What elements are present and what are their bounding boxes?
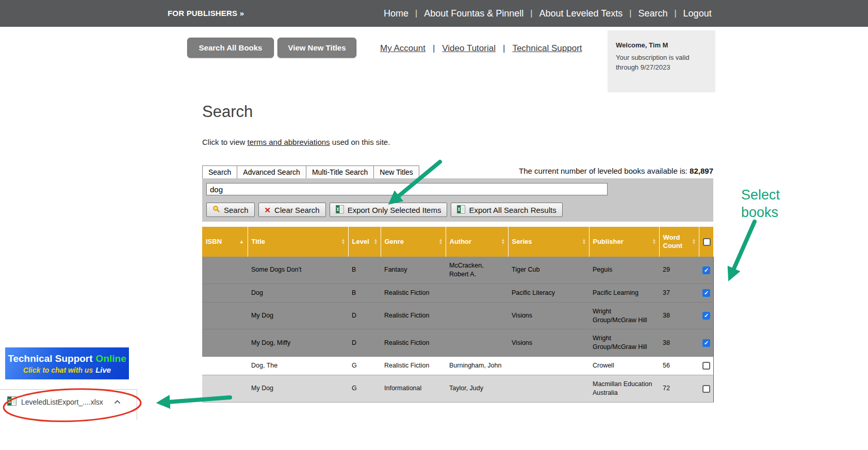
table-row[interactable]: My DogGInformationalTaylor, JudyMacmilla… — [202, 375, 713, 403]
magnifier-icon — [212, 205, 220, 214]
cell-publisher: Peguis — [589, 257, 659, 284]
search-all-books-button[interactable]: Search All Books — [187, 38, 274, 58]
table-row[interactable]: DogBRealistic FictionPacific LiteracyPac… — [202, 284, 713, 302]
table-row[interactable]: My Dog, MiffyDRealistic FictionVisionsWr… — [202, 329, 713, 357]
table-row[interactable]: Dog, TheGRealistic FictionBurningham, Jo… — [202, 357, 713, 375]
tab-advanced-search[interactable]: Advanced Search — [237, 165, 306, 179]
export-all-button[interactable]: Export All Search Results — [451, 203, 562, 217]
cell-select: ✓ — [699, 284, 713, 302]
search-input[interactable] — [206, 183, 608, 195]
search-panel-buttons: Search ✕ Clear Search Export Only Select… — [206, 203, 563, 217]
header-link-my-account[interactable]: My Account — [380, 43, 425, 54]
nav-item-home[interactable]: Home — [384, 8, 408, 19]
downloaded-file-chip[interactable]: LeveledListExport_....xlsx — [7, 396, 121, 408]
clear-search-button[interactable]: ✕ Clear Search — [258, 203, 326, 217]
welcome-greeting: Welcome, Tim M — [616, 40, 707, 51]
cell-word_count: 72 — [659, 375, 699, 403]
book-count-label: The current number of leveled books avai… — [519, 166, 690, 175]
sort-desc-icon: ▼ — [501, 242, 505, 245]
chevron-up-icon[interactable] — [114, 400, 121, 404]
sort-icons: ▲▼ — [501, 239, 505, 245]
row-checkbox[interactable]: ✓ — [702, 289, 710, 297]
terms-and-abbreviations-link[interactable]: terms and abbreviations — [248, 138, 330, 146]
column-header-genre[interactable]: Genre▲▼ — [381, 227, 446, 257]
cell-word_count: 56 — [659, 357, 699, 375]
column-header-isbn[interactable]: ISBN▲ — [202, 227, 248, 257]
cell-genre: Realistic Fiction — [381, 329, 446, 357]
row-checkbox[interactable]: ✓ — [702, 266, 710, 274]
view-new-titles-button[interactable]: View New Titles — [277, 38, 356, 58]
column-header-level[interactable]: Level▲▼ — [348, 227, 381, 257]
chat-title: Technical SupportOnline — [8, 353, 126, 364]
tab-search[interactable]: Search — [202, 165, 237, 179]
subscription-status: Your subscription is valid through 9/27/… — [616, 53, 707, 73]
cell-title: My Dog — [248, 302, 348, 329]
column-header-author[interactable]: Author▲▼ — [446, 227, 508, 257]
cell-author: McCracken, Robert A. — [446, 257, 508, 284]
nav-separator: | — [629, 9, 631, 18]
nav-separator: | — [530, 9, 532, 18]
table-row[interactable]: My DogDRealistic FictionVisionsWright Gr… — [202, 302, 713, 329]
cell-select: ✓ — [699, 329, 713, 357]
tab-new-titles[interactable]: New Titles — [373, 165, 419, 179]
excel-file-icon — [336, 205, 344, 215]
cell-word_count: 29 — [659, 257, 699, 284]
cell-isbn — [202, 257, 248, 284]
cell-genre: Realistic Fiction — [381, 302, 446, 329]
nav-item-search[interactable]: Search — [638, 8, 667, 19]
column-header-series[interactable]: Series▲▼ — [508, 227, 589, 257]
cell-select — [699, 375, 713, 403]
export-selected-button[interactable]: Export Only Selected Items — [330, 203, 448, 217]
search-panel: Search ✕ Clear Search Export Only Select… — [202, 178, 713, 222]
cell-isbn — [202, 329, 248, 357]
export-selected-label: Export Only Selected Items — [348, 206, 441, 214]
cell-genre: Informational — [381, 375, 446, 403]
cell-word_count: 37 — [659, 284, 699, 302]
cell-word_count: 38 — [659, 302, 699, 329]
header-link-technical-support[interactable]: Technical Support — [512, 43, 582, 54]
nav-item-about-fountas-pinnell[interactable]: About Fountas & Pinnell — [424, 8, 523, 19]
column-header-title[interactable]: Title▲▼ — [248, 227, 348, 257]
sort-icons: ▲▼ — [692, 239, 696, 245]
chat-online-status: Online — [96, 353, 126, 364]
row-checkbox[interactable]: ✓ — [702, 339, 710, 347]
cell-title: Some Dogs Don't — [248, 257, 348, 284]
nav-item-about-leveled-texts[interactable]: About Leveled Texts — [539, 8, 623, 19]
search-tabs: SearchAdvanced SearchMulti-Title SearchN… — [202, 165, 419, 179]
search-button[interactable]: Search — [206, 203, 255, 217]
cell-series — [508, 357, 589, 375]
chat-subtitle-text: Click to chat with us — [23, 366, 93, 374]
sort-desc-icon: ▼ — [652, 242, 657, 245]
column-header-label: Level — [352, 238, 369, 245]
cell-genre: Realistic Fiction — [381, 357, 446, 375]
cell-level: D — [348, 302, 381, 329]
table-row[interactable]: Some Dogs Don'tBFantasyMcCracken, Robert… — [202, 257, 713, 284]
row-checkbox[interactable] — [702, 385, 710, 393]
column-header-word-count[interactable]: Word Count▲▼ — [659, 227, 699, 257]
cell-publisher: Crowell — [589, 357, 659, 375]
tab-multi-title-search[interactable]: Multi-Title Search — [306, 165, 374, 179]
chat-live-text: Live — [95, 365, 111, 374]
cell-publisher: Wright Group/McGraw Hill — [589, 329, 659, 357]
cell-author — [446, 329, 508, 357]
terms-prefix: Click to view — [202, 138, 248, 146]
header-link-video-tutorial[interactable]: Video Tutorial — [442, 43, 496, 54]
sort-ascending-icon: ▲ — [239, 239, 244, 245]
tech-support-chat-widget[interactable]: Technical SupportOnline Click to chat wi… — [5, 347, 129, 379]
download-shelf: LeveledListExport_....xlsx — [0, 389, 137, 420]
sort-icons: ▲▼ — [374, 239, 378, 245]
sort-icons: ▲▼ — [582, 239, 586, 245]
select-all-checkbox[interactable] — [703, 238, 711, 246]
nav-item-logout[interactable]: Logout — [683, 8, 712, 19]
row-checkbox[interactable]: ✓ — [702, 312, 710, 320]
column-header-publisher[interactable]: Publisher▲▼ — [589, 227, 659, 257]
row-checkbox[interactable] — [702, 362, 710, 370]
table-header-row: ISBN▲Title▲▼Level▲▼Genre▲▼Author▲▼Series… — [202, 227, 713, 257]
for-publishers-link[interactable]: FOR PUBLISHERS » — [168, 0, 244, 27]
cell-isbn — [202, 284, 248, 302]
cell-isbn — [202, 375, 248, 403]
cell-series: Visions — [508, 329, 589, 357]
top-navigation-bar: FOR PUBLISHERS » Home|About Fountas & Pi… — [0, 0, 868, 27]
sort-desc-icon: ▼ — [692, 242, 696, 245]
sort-icons: ▲▼ — [652, 239, 657, 245]
